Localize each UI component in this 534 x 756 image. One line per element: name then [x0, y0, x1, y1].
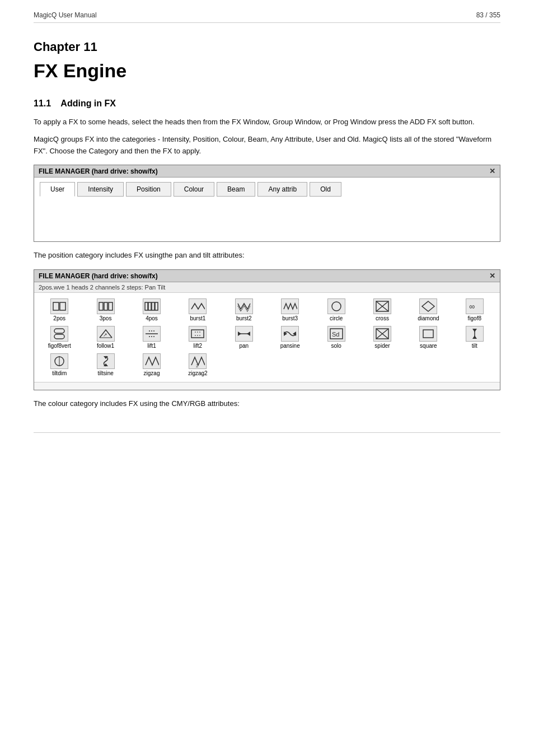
svg-marker-35	[472, 329, 477, 332]
fm2-icon-spider	[373, 326, 391, 342]
fm2-item-figof8[interactable]: ∞figof8	[452, 296, 498, 324]
fm2-icon-pansine	[281, 326, 299, 342]
fm2-label-solo: solo	[331, 343, 341, 349]
fm2-label-lift1: lift1	[147, 343, 156, 349]
fm2-label-figof8vert: figof8vert	[48, 343, 71, 349]
fm2-icon-burst1	[189, 298, 207, 314]
fm2-item-tilt[interactable]: tilt	[452, 324, 498, 351]
fm2-label-spider: spider	[374, 343, 390, 349]
manual-title: MagicQ User Manual	[34, 11, 97, 19]
fm1-tab-beam[interactable]: Beam	[217, 182, 255, 197]
fm2-label-tiltsine: tiltsine	[97, 370, 113, 376]
fm2-item-pan[interactable]: pan	[221, 324, 267, 351]
fm2-label-burst2: burst2	[236, 315, 252, 321]
fm2-item-spider[interactable]: spider	[359, 324, 405, 351]
chapter-title: FX Engine	[34, 60, 500, 82]
fm2-item-lift1[interactable]: lift1	[129, 324, 175, 351]
fm2-item-burst3[interactable]: burst3	[267, 296, 313, 324]
fm2-label-2pos: 2pos	[53, 315, 65, 321]
fm2-item-2pos[interactable]: 2pos	[36, 296, 82, 324]
fm2-item-tiltdim[interactable]: tiltdim	[36, 351, 82, 379]
fm2-item-solo[interactable]: Sdsolo	[313, 324, 359, 351]
svg-text:∞: ∞	[469, 302, 475, 311]
fm2-title-text: FILE MANAGER (hard drive: show/fx)	[39, 272, 158, 280]
svg-rect-15	[54, 329, 64, 333]
fm2-item-cross[interactable]: cross	[359, 296, 405, 324]
fm2-icon-follow1: ↗	[97, 326, 115, 342]
fm2-icon-3pos	[97, 298, 115, 314]
fm2-footer	[34, 382, 500, 390]
fm2-item-square[interactable]: square	[405, 324, 451, 351]
fm2-title-bar: FILE MANAGER (hard drive: show/fx) ✕	[34, 270, 500, 282]
fm2-icon-square	[419, 326, 437, 342]
fm2-close-button[interactable]: ✕	[489, 272, 495, 280]
fm1-tabs: UserIntensityPositionColourBeamAny attri…	[34, 178, 500, 197]
fm2-item-burst1[interactable]: burst1	[175, 296, 221, 324]
fm2-item-follow1[interactable]: ↗follow1	[82, 324, 128, 351]
svg-rect-8	[155, 302, 158, 310]
fm2-icon-zigzag2: 2	[189, 353, 207, 369]
fm2-label-3pos: 3pos	[100, 315, 112, 321]
fm2-label-burst1: burst1	[190, 315, 205, 321]
fm2-icon-lift2	[189, 326, 207, 342]
fm1-tab-colour[interactable]: Colour	[174, 182, 214, 197]
file-manager-1: FILE MANAGER (hard drive: show/fx) ✕ Use…	[34, 165, 500, 242]
fm2-icon-cross	[373, 298, 391, 314]
fm2-icon-tilt	[466, 326, 484, 342]
svg-rect-0	[53, 302, 59, 310]
section-title: 11.1 Adding in FX	[34, 99, 500, 109]
fm2-item-figof8vert[interactable]: figof8vert	[36, 324, 82, 351]
svg-rect-22	[191, 330, 204, 338]
fm2-item-pansine[interactable]: pansine	[267, 324, 313, 351]
fm2-label-4pos: 4pos	[146, 315, 158, 321]
fm2-icon-diamond	[419, 298, 437, 314]
fm1-tab-user[interactable]: User	[40, 182, 75, 197]
fm2-label-pansine: pansine	[280, 343, 300, 349]
fm2-label-lift2: lift2	[194, 343, 203, 349]
fm1-tab-old[interactable]: Old	[310, 182, 341, 197]
fm2-item-4pos[interactable]: 4pos	[129, 296, 175, 324]
fm2-label-figof8: figof8	[468, 315, 481, 321]
fm2-icon-lift1	[143, 326, 161, 342]
svg-text:↗: ↗	[103, 332, 107, 338]
fm2-item-tiltsine[interactable]: tiltsine	[82, 351, 128, 379]
svg-point-9	[332, 302, 341, 311]
fm1-title-text: FILE MANAGER (hard drive: show/fx)	[39, 167, 158, 175]
fm1-title-bar: FILE MANAGER (hard drive: show/fx) ✕	[34, 165, 500, 178]
fm2-label-tiltdim: tiltdim	[52, 370, 67, 376]
page: MagicQ User Manual 83 / 355 Chapter 11 F…	[0, 0, 534, 756]
svg-rect-1	[60, 302, 65, 310]
fm1-tab-position[interactable]: Position	[126, 182, 171, 197]
fm2-icon-grid: 2pos3pos4posburst1burst2burst3circlecros…	[34, 293, 500, 382]
fm1-close-button[interactable]: ✕	[489, 167, 495, 175]
fm2-icon-figof8: ∞	[466, 298, 484, 314]
fm2-item-circle[interactable]: circle	[313, 296, 359, 324]
svg-rect-2	[99, 302, 103, 310]
fm2-item-zigzag[interactable]: zigzag	[129, 351, 175, 379]
fm2-icon-solo: Sd	[327, 326, 345, 342]
fm2-item-burst2[interactable]: burst2	[221, 296, 267, 324]
fm2-icon-pan	[235, 326, 253, 342]
fm2-label-cross: cross	[376, 315, 389, 321]
svg-text:2: 2	[196, 363, 199, 367]
fm1-tab-any-attrib[interactable]: Any attrib	[257, 182, 307, 197]
fm2-label-zigzag: zigzag	[144, 370, 160, 376]
svg-rect-7	[152, 302, 154, 310]
paragraph-1: To apply a FX to some heads, select the …	[34, 116, 500, 128]
svg-marker-27	[247, 332, 250, 336]
fm2-item-zigzag2[interactable]: 2zigzag2	[175, 351, 221, 379]
svg-text:Sd: Sd	[332, 331, 339, 338]
page-header: MagicQ User Manual 83 / 355	[34, 11, 500, 23]
fm2-item-lift2[interactable]: lift2	[175, 324, 221, 351]
fm2-label-follow1: follow1	[97, 343, 114, 349]
fm2-label-circle: circle	[330, 315, 343, 321]
fm2-icon-circle	[327, 298, 345, 314]
paragraph-4: The colour category includes FX using th…	[34, 398, 500, 410]
fm2-label-square: square	[420, 343, 437, 349]
page-number: 83 / 355	[476, 11, 500, 19]
svg-rect-3	[104, 302, 107, 310]
fm2-item-diamond[interactable]: diamond	[405, 296, 451, 324]
fm2-subtitle-text: 2pos.wve 1 heads 2 channels 2 steps: Pan…	[34, 282, 500, 293]
fm1-tab-intensity[interactable]: Intensity	[77, 182, 124, 197]
fm2-item-3pos[interactable]: 3pos	[82, 296, 128, 324]
